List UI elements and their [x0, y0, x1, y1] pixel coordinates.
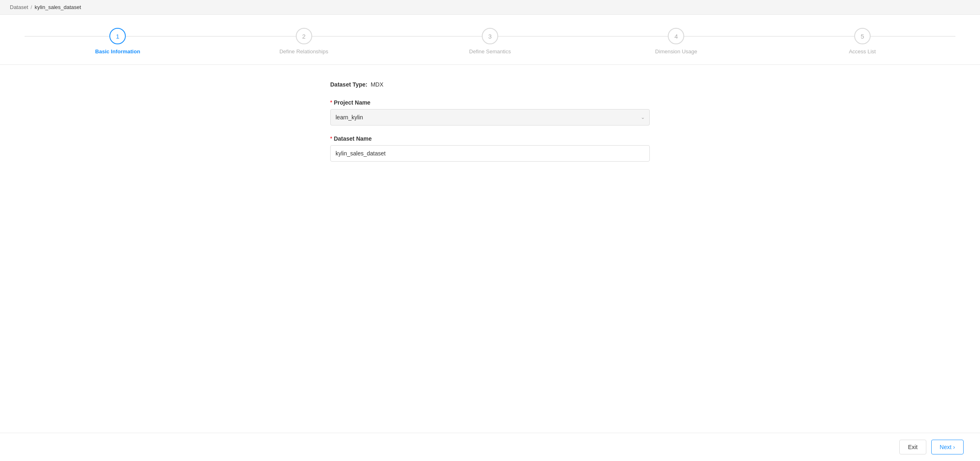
step-4-label: Dimension Usage [655, 48, 697, 55]
step-2-label: Define Relationships [279, 48, 328, 55]
step-2-circle: 2 [296, 28, 312, 44]
dataset-name-input[interactable] [330, 145, 650, 162]
dataset-name-required: * [330, 136, 332, 141]
project-name-field: * Project Name learn_kylin ⌄ [330, 99, 650, 126]
stepper: 1 Basic Information 2 Define Relationshi… [25, 28, 955, 55]
project-name-required: * [330, 100, 332, 105]
step-1-label: Basic Information [95, 48, 140, 55]
project-name-select[interactable]: learn_kylin [330, 109, 650, 126]
step-1[interactable]: 1 Basic Information [25, 28, 211, 55]
dataset-type-row: Dataset Type: MDX [330, 81, 650, 88]
step-5[interactable]: 5 Access List [769, 28, 955, 55]
project-name-label-row: * Project Name [330, 99, 650, 106]
step-5-label: Access List [849, 48, 876, 55]
step-4[interactable]: 4 Dimension Usage [583, 28, 769, 55]
dataset-type-value: MDX [371, 81, 383, 88]
project-name-label: Project Name [334, 99, 370, 106]
step-3[interactable]: 3 Define Semantics [397, 28, 583, 55]
dataset-name-label-row: * Dataset Name [330, 135, 650, 142]
main-content: Dataset Type: MDX * Project Name learn_k… [0, 65, 980, 311]
step-5-circle: 5 [854, 28, 871, 44]
step-3-circle: 3 [482, 28, 498, 44]
step-2[interactable]: 2 Define Relationships [211, 28, 397, 55]
breadcrumb: Dataset / kylin_sales_dataset [0, 0, 980, 15]
project-name-select-wrapper: learn_kylin ⌄ [330, 109, 650, 126]
breadcrumb-parent[interactable]: Dataset [10, 4, 28, 10]
form-area: Dataset Type: MDX * Project Name learn_k… [330, 81, 650, 171]
step-1-circle: 1 [109, 28, 126, 44]
dataset-name-label: Dataset Name [334, 135, 372, 142]
dataset-name-field: * Dataset Name [330, 135, 650, 162]
step-4-circle: 4 [668, 28, 684, 44]
dataset-type-label: Dataset Type: [330, 81, 368, 88]
step-3-label: Define Semantics [469, 48, 511, 55]
stepper-container: 1 Basic Information 2 Define Relationshi… [0, 15, 980, 65]
breadcrumb-separator: / [31, 4, 32, 10]
breadcrumb-current: kylin_sales_dataset [34, 4, 81, 10]
